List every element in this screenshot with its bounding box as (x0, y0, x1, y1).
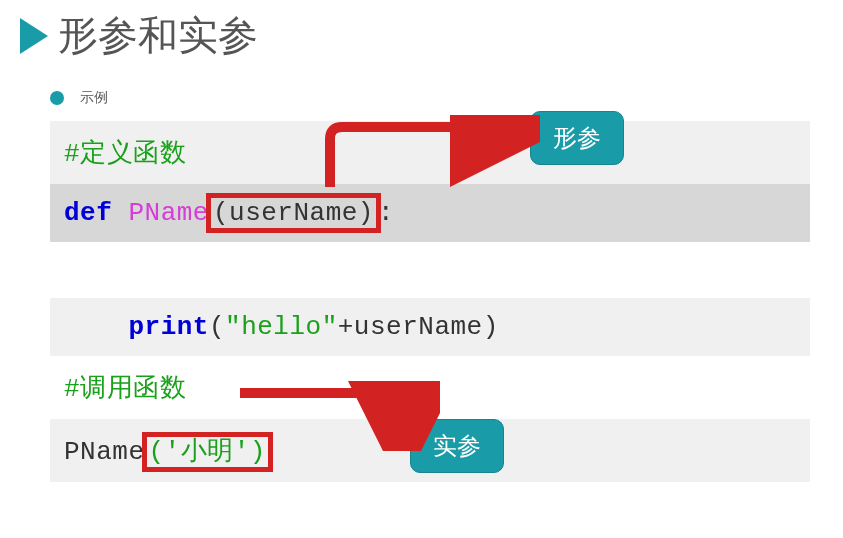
page-title: 形参和实参 (58, 8, 258, 63)
comment-text: #定义函数 (64, 139, 186, 169)
code-line-def: def PName(userName): (50, 184, 810, 242)
print-rest: +userName) (338, 312, 499, 342)
print-keyword: print (128, 312, 209, 342)
code-block: #定义函数 def PName(userName): print("hello"… (50, 121, 810, 482)
example-label: 示例 (80, 89, 108, 107)
code-line-comment-def: #定义函数 (50, 121, 810, 184)
call-name: PName (64, 437, 145, 467)
title-row: 形参和实参 (0, 0, 843, 63)
code-line-blank (50, 242, 810, 298)
play-triangle-icon (20, 18, 48, 54)
example-row: 示例 (0, 63, 843, 121)
func-name: PName (128, 198, 209, 228)
code-line-comment-call: #调用函数 (50, 356, 810, 419)
print-open: ( (209, 312, 225, 342)
comment-call: #调用函数 (64, 374, 186, 404)
bullet-icon (50, 91, 64, 105)
print-string: "hello" (225, 312, 338, 342)
formal-param-box: (userName) (209, 196, 378, 230)
code-line-print: print("hello"+userName) (50, 298, 810, 356)
colon: : (378, 198, 394, 228)
actual-arg-badge: 实参 (410, 419, 504, 473)
formal-param-badge: 形参 (530, 111, 624, 165)
actual-arg-box: ('小明') (145, 435, 270, 469)
def-keyword: def (64, 198, 112, 228)
